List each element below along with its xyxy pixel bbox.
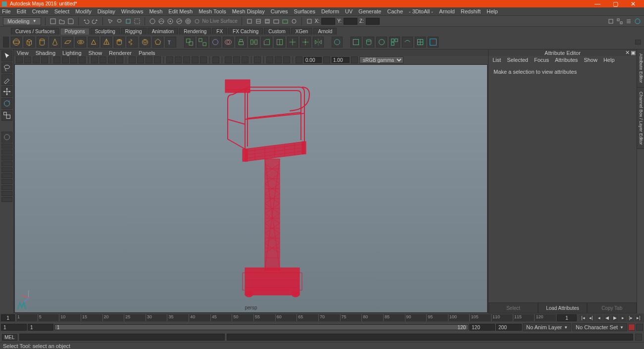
poly-type-icon[interactable]: T [165,37,176,48]
select-all-icon[interactable] [134,18,141,25]
ae-menu-help[interactable]: Help [603,57,615,63]
menu-edit-mesh[interactable]: Edit Mesh [168,8,193,14]
append-icon[interactable] [274,37,285,48]
menu-modify[interactable]: Modify [75,8,91,14]
view-2d-icon[interactable] [41,56,48,63]
menu-mesh-tools[interactable]: Mesh Tools [198,8,226,14]
anim-layer-dropdown[interactable]: No Anim Layer▼ [523,323,571,331]
range-start-outer[interactable]: 1 [1,324,27,331]
panel-close-icon[interactable]: ✕ [625,50,630,56]
step-fwd-icon[interactable]: ▸ [619,314,626,321]
uv-unfold-icon[interactable] [415,37,426,48]
menu-surfaces[interactable]: Surfaces [294,8,315,14]
ae-menu-selected[interactable]: Selected [507,57,528,63]
shelf-tab-rendering[interactable]: Rendering [179,28,211,35]
current-frame-left[interactable]: 1 [1,314,15,321]
menu-uv[interactable]: UV [345,8,352,14]
render-icon[interactable] [273,18,280,25]
script-editor-icon[interactable] [635,334,642,341]
layout-more-icon[interactable] [1,197,12,202]
side-tab-channel-box-layer-editor[interactable]: Channel Box / Layer Editor [637,88,644,150]
layout-5-icon[interactable] [1,167,12,172]
poly-cube-icon[interactable] [24,37,35,48]
poly-pipe-icon[interactable] [114,37,125,48]
color-space-dropdown[interactable]: sRGB gamma [359,56,403,63]
panel-menu-shading[interactable]: Shading [36,50,55,56]
menu-set-dropdown[interactable]: Modeling▼ [3,17,41,25]
scale-tool[interactable] [1,110,12,121]
xray-comp-icon[interactable] [154,56,161,63]
expose-reset-icon[interactable] [283,56,290,63]
anim-prefs-icon[interactable] [636,324,643,331]
paint-select-tool[interactable] [1,74,12,85]
maximize-button[interactable]: ▢ [606,0,624,7]
mel-input[interactable] [19,334,225,341]
range-end-inner[interactable]: 120 [469,324,495,331]
menu--dtoall-[interactable]: - 3DtoAll - [409,8,433,14]
ae-copy-button[interactable]: Copy Tab [587,302,637,313]
sculpt-icon[interactable] [332,37,343,48]
shelf-drop-icon[interactable] [3,37,9,48]
aa-icon[interactable] [242,56,248,63]
bridge-icon[interactable] [248,37,259,48]
z-input[interactable] [366,18,380,25]
panel-menu-renderer[interactable]: Renderer [109,50,132,56]
light-selected-icon[interactable] [183,56,190,63]
modeling-toolkit-icon[interactable] [607,18,614,25]
range-end-outer[interactable]: 200 [496,324,522,331]
ae-menu-show[interactable]: Show [584,57,597,63]
isolate-icon[interactable] [212,56,219,63]
lasso-mode-icon[interactable] [116,18,123,25]
range-start-inner[interactable]: 1 [28,324,53,331]
rotate-tool[interactable] [1,98,12,109]
shelf-tab-curves-surfaces[interactable]: Curves / Surfaces [11,28,59,35]
close-button[interactable]: ✕ [624,0,642,7]
menu-curves[interactable]: Curves [271,8,288,14]
poly-helix-icon[interactable] [127,37,138,48]
step-back-icon[interactable]: ◂ [595,314,602,321]
shelf-tab-polygons[interactable]: Polygons [60,28,89,35]
mel-label[interactable]: MEL [2,334,17,341]
ae-menu-focus[interactable]: Focus [534,57,549,63]
lasso-tool[interactable] [1,62,12,73]
menu-select[interactable]: Select [54,8,70,14]
motion-blur-icon[interactable] [233,56,240,63]
render-settings-icon[interactable] [291,18,297,25]
poly-sphere-icon[interactable] [11,37,22,48]
paint-select-icon[interactable] [125,18,132,25]
layout-3-icon[interactable] [1,155,12,160]
time-slider[interactable]: 1 15101520253035404550556065707580859095… [0,313,644,322]
uv-sphere-icon[interactable] [376,37,387,48]
uv-auto-icon[interactable] [389,37,400,48]
play-back-icon[interactable]: ◀ [603,314,610,321]
layout-4-icon[interactable] [1,161,12,166]
viewport[interactable]: persp [14,64,488,313]
menu-mesh-display[interactable]: Mesh Display [232,8,265,14]
panel-pop-icon[interactable]: ▣ [631,50,636,56]
panel-menu-panels[interactable]: Panels [139,50,155,56]
view-film-gate-icon[interactable] [62,56,69,63]
poly-plane-icon[interactable] [62,37,73,48]
layout-1-icon[interactable] [1,144,12,149]
poly-platonic-icon[interactable] [152,37,163,48]
menu-file[interactable]: File [2,8,11,14]
panel-menu-view[interactable]: View [17,50,29,56]
view-transform-icon[interactable] [351,56,358,63]
history-2-icon[interactable] [264,18,271,25]
gamma-icon[interactable] [323,56,330,63]
go-start-icon[interactable]: |◂ [580,314,587,321]
poly-cone-icon[interactable] [50,37,60,48]
uv-cyl-icon[interactable] [363,37,374,48]
booleans-icon[interactable] [223,37,234,48]
layout-6-icon[interactable] [1,173,12,178]
exposure-icon[interactable] [296,56,302,63]
ae-select-button[interactable]: Select [489,302,538,313]
extrude-icon[interactable] [236,37,247,48]
shade-light-icon[interactable] [116,56,123,63]
undo-icon[interactable] [83,18,90,25]
select-mode-icon[interactable] [107,18,114,25]
time-track[interactable]: 1510152025303540455055606570758085909510… [16,314,556,321]
color-manage-icon[interactable] [634,18,641,25]
view-gate-mask-icon[interactable] [79,56,86,63]
side-tab-attribute-editor[interactable]: Attribute Editor [637,50,644,88]
